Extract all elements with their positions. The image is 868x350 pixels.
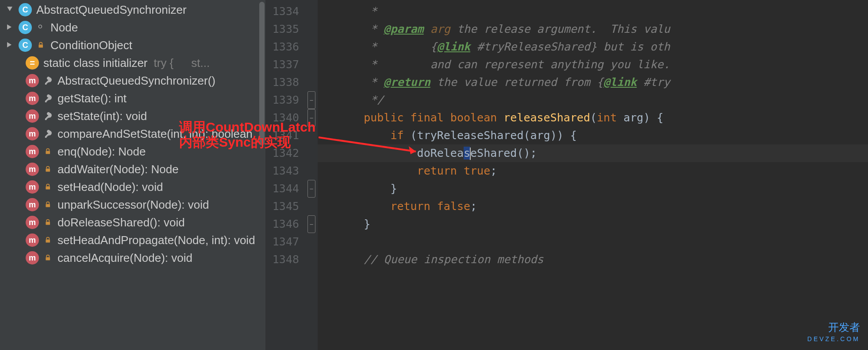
- method-icon: m: [26, 109, 39, 123]
- annotation-text: 调用CountDownLatch 内部类Sync的实现: [179, 120, 315, 150]
- code-line[interactable]: */: [337, 91, 868, 109]
- structure-item[interactable]: maddWaiter(Node): Node: [0, 160, 265, 178]
- lock-icon: [43, 218, 53, 227]
- structure-item-label: AbstractQueuedSynchronizer(): [58, 72, 215, 89]
- code-line[interactable]: return true;: [337, 162, 868, 180]
- fold-gutter-cell: −: [305, 215, 318, 233]
- structure-panel: CAbstractQueuedSynchronizerCNodeCConditi…: [0, 0, 265, 350]
- lock-icon: [43, 253, 53, 263]
- fold-gutter-cell: [305, 56, 318, 74]
- svg-marker-3: [409, 146, 416, 154]
- structure-item[interactable]: mcancelAcquire(Node): void: [0, 249, 265, 267]
- fold-gutter-cell: −: [305, 91, 318, 109]
- structure-item-label: setState(int): void: [58, 107, 147, 125]
- line-number: 1336: [265, 38, 299, 56]
- structure-item[interactable]: munparkSuccessor(Node): void: [0, 196, 265, 214]
- structure-item[interactable]: mdoReleaseShared(): void: [0, 214, 265, 231]
- line-number: 1348: [265, 251, 299, 268]
- structure-item-label: setHead(Node): void: [58, 178, 163, 196]
- line-number: 1339: [265, 91, 299, 109]
- key-icon: [43, 129, 53, 139]
- structure-item-hint: st...: [191, 54, 210, 72]
- method-icon: m: [26, 251, 39, 264]
- circle-icon: [36, 23, 46, 32]
- structure-item[interactable]: mAbstractQueuedSynchronizer(): [0, 72, 265, 89]
- structure-item-label: addWaiter(Node): Node: [58, 160, 179, 178]
- structure-item-label: enq(Node): Node: [58, 143, 146, 160]
- structure-item[interactable]: msetHead(Node): void: [0, 178, 265, 196]
- lock-icon: [43, 147, 53, 156]
- fold-toggle-icon[interactable]: −: [307, 180, 315, 198]
- code-line[interactable]: * and can represent anything you like.: [337, 56, 868, 74]
- method-icon: m: [26, 163, 39, 176]
- method-icon: m: [26, 180, 39, 194]
- code-line[interactable]: // Queue inspection methods: [337, 251, 868, 268]
- structure-item-label: getState(): int: [58, 89, 127, 107]
- line-number: 1346: [265, 215, 299, 233]
- code-line[interactable]: }: [337, 215, 868, 233]
- code-line[interactable]: }: [337, 180, 868, 198]
- line-number: 1343: [265, 162, 299, 180]
- class-icon: C: [19, 3, 32, 16]
- structure-item-hint: try {: [154, 54, 174, 72]
- lock-icon: [43, 164, 53, 174]
- code-line[interactable]: * {@link #tryReleaseShared} but is oth: [337, 38, 868, 56]
- fold-gutter-cell: [305, 74, 318, 91]
- code-line[interactable]: *: [337, 3, 868, 20]
- code-line[interactable]: public final boolean releaseShared(int a…: [337, 109, 868, 127]
- fold-toggle-icon[interactable]: −: [307, 215, 315, 233]
- fold-gutter-cell: [305, 38, 318, 56]
- method-icon: m: [26, 233, 39, 247]
- structure-item[interactable]: =static class initializertry {st...: [0, 54, 265, 72]
- line-number: 1347: [265, 233, 299, 251]
- fold-gutter-cell: −: [305, 180, 318, 198]
- chevron-right-icon[interactable]: [5, 23, 15, 32]
- structure-item[interactable]: CConditionObject: [0, 36, 265, 54]
- method-icon: m: [26, 145, 39, 158]
- key-icon: [43, 111, 53, 121]
- chevron-right-icon[interactable]: [5, 40, 15, 50]
- chevron-down-icon[interactable]: [5, 5, 15, 15]
- fold-gutter-cell: [305, 251, 318, 268]
- structure-item-label: unparkSuccessor(Node): void: [58, 196, 209, 214]
- structure-item-label: AbstractQueuedSynchronizer: [36, 1, 187, 19]
- watermark: 开发者 DEVZE.COM: [807, 322, 860, 345]
- class-icon: C: [19, 21, 32, 34]
- method-icon: m: [26, 74, 39, 87]
- code-line[interactable]: * @param arg the release argument. This …: [337, 20, 868, 38]
- code-editor[interactable]: 1334133513361337133813391340134113421343…: [265, 0, 868, 350]
- code-line[interactable]: [337, 233, 868, 251]
- line-number: 1334: [265, 3, 299, 20]
- lock-icon: [43, 200, 53, 210]
- structure-item-label: doReleaseShared(): void: [58, 214, 185, 231]
- line-number: 1338: [265, 74, 299, 91]
- line-number: 1345: [265, 198, 299, 215]
- structure-item-label: setHeadAndPropagate(Node, int): void: [58, 231, 255, 249]
- code-line[interactable]: return false;: [337, 198, 868, 215]
- line-number: 1344: [265, 180, 299, 198]
- structure-item-label: cancelAcquire(Node): void: [58, 249, 192, 267]
- lock-icon: [36, 40, 46, 50]
- class-icon: C: [19, 39, 32, 52]
- lock-icon: [43, 235, 53, 245]
- fold-gutter-cell: [305, 162, 318, 180]
- line-number: 1335: [265, 20, 299, 38]
- structure-item[interactable]: CNode: [0, 19, 265, 36]
- fold-gutter-cell: [305, 20, 318, 38]
- annotation-arrow: [319, 133, 425, 159]
- lock-icon: [43, 182, 53, 192]
- fold-gutter-cell: [305, 198, 318, 215]
- key-icon: [43, 93, 53, 103]
- structure-item[interactable]: msetHeadAndPropagate(Node, int): void: [0, 231, 265, 249]
- structure-item[interactable]: CAbstractQueuedSynchronizer: [0, 1, 265, 19]
- method-icon: m: [26, 92, 39, 105]
- code-line[interactable]: * @return the value returned from {@link…: [337, 74, 868, 91]
- code-area[interactable]: * * @param arg the release argument. Thi…: [318, 0, 868, 350]
- structure-item-label: Node: [50, 19, 78, 36]
- fold-gutter-cell: [305, 3, 318, 20]
- structure-item[interactable]: mgetState(): int: [0, 89, 265, 107]
- svg-line-2: [319, 137, 416, 152]
- fold-toggle-icon[interactable]: −: [307, 91, 315, 109]
- method-icon: m: [26, 127, 39, 140]
- method-icon: m: [26, 198, 39, 211]
